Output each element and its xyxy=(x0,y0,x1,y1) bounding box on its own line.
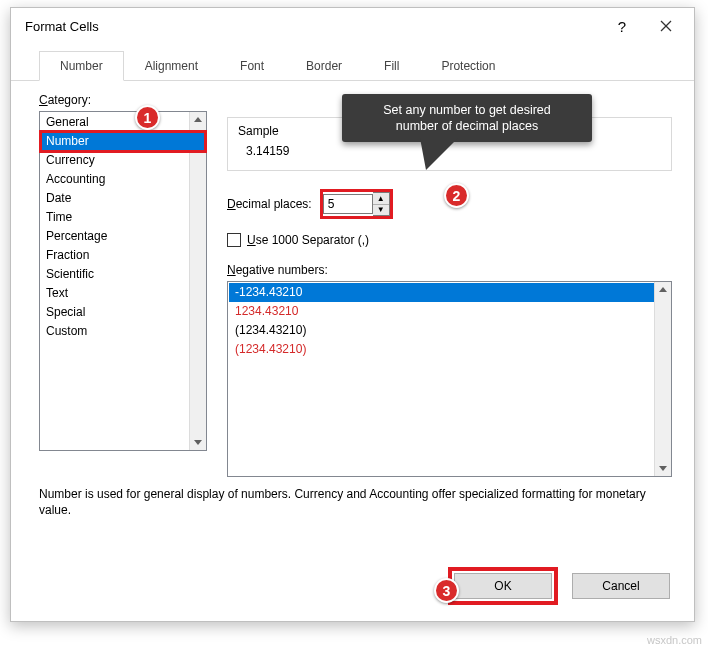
help-button[interactable]: ? xyxy=(600,11,644,41)
spinner-down[interactable]: ▼ xyxy=(373,205,389,216)
category-description: Number is used for general display of nu… xyxy=(39,486,670,518)
cancel-button[interactable]: Cancel xyxy=(572,573,670,599)
callout-badge-1: 1 xyxy=(135,105,160,130)
decimal-places-label: Decimal places: xyxy=(227,197,312,211)
tab-fill[interactable]: Fill xyxy=(363,51,420,81)
dialog-title: Format Cells xyxy=(25,19,600,34)
tab-number[interactable]: Number xyxy=(39,51,124,81)
tab-font[interactable]: Font xyxy=(219,51,285,81)
category-special[interactable]: Special xyxy=(41,303,205,322)
category-scientific[interactable]: Scientific xyxy=(41,265,205,284)
sample-label: Sample xyxy=(238,124,279,138)
close-button[interactable] xyxy=(644,11,688,41)
category-listbox[interactable]: General Number Currency Accounting Date … xyxy=(39,111,207,451)
tab-strip: Number Alignment Font Border Fill Protec… xyxy=(11,44,694,81)
neg-scrollbar[interactable] xyxy=(654,282,671,476)
category-text[interactable]: Text xyxy=(41,284,205,303)
decimal-places-spinner: ▲ ▼ xyxy=(320,189,393,219)
format-cells-dialog: Format Cells ? Number Alignment Font Bor… xyxy=(10,7,695,622)
watermark: wsxdn.com xyxy=(647,634,702,646)
titlebar: Format Cells ? xyxy=(11,8,694,44)
negative-numbers-listbox[interactable]: -1234.43210 1234.43210 (1234.43210) (123… xyxy=(227,281,672,477)
callout-badge-2: 2 xyxy=(444,183,469,208)
callout-tooltip: Set any number to get desired number of … xyxy=(342,94,592,142)
neg-item-0[interactable]: -1234.43210 xyxy=(229,283,670,302)
category-percentage[interactable]: Percentage xyxy=(41,227,205,246)
spinner-up[interactable]: ▲ xyxy=(373,193,389,205)
category-accounting[interactable]: Accounting xyxy=(41,170,205,189)
neg-item-3[interactable]: (1234.43210) xyxy=(229,340,670,359)
tab-border[interactable]: Border xyxy=(285,51,363,81)
category-custom[interactable]: Custom xyxy=(41,322,205,341)
category-general[interactable]: General xyxy=(41,113,205,132)
category-number[interactable]: Number xyxy=(41,132,205,151)
category-time[interactable]: Time xyxy=(41,208,205,227)
negative-numbers-label: Negative numbers: xyxy=(227,263,672,277)
decimal-places-input[interactable] xyxy=(323,194,373,214)
dialog-buttons: OK Cancel xyxy=(448,567,670,605)
neg-item-2[interactable]: (1234.43210) xyxy=(229,321,670,340)
tab-protection[interactable]: Protection xyxy=(420,51,516,81)
category-currency[interactable]: Currency xyxy=(41,151,205,170)
thousands-separator-checkbox[interactable] xyxy=(227,233,241,247)
ok-highlight: OK xyxy=(448,567,558,605)
close-icon xyxy=(660,20,672,32)
category-fraction[interactable]: Fraction xyxy=(41,246,205,265)
spinner-buttons: ▲ ▼ xyxy=(373,192,390,216)
neg-item-1[interactable]: 1234.43210 xyxy=(229,302,670,321)
category-scrollbar[interactable] xyxy=(189,112,206,450)
ok-button[interactable]: OK xyxy=(454,573,552,599)
category-date[interactable]: Date xyxy=(41,189,205,208)
thousands-separator-label: Use 1000 Separator (,) xyxy=(247,233,369,247)
tab-alignment[interactable]: Alignment xyxy=(124,51,219,81)
callout-badge-3: 3 xyxy=(434,578,459,603)
thousands-separator-row: Use 1000 Separator (,) xyxy=(227,233,672,247)
tooltip-tail-icon xyxy=(420,138,458,170)
